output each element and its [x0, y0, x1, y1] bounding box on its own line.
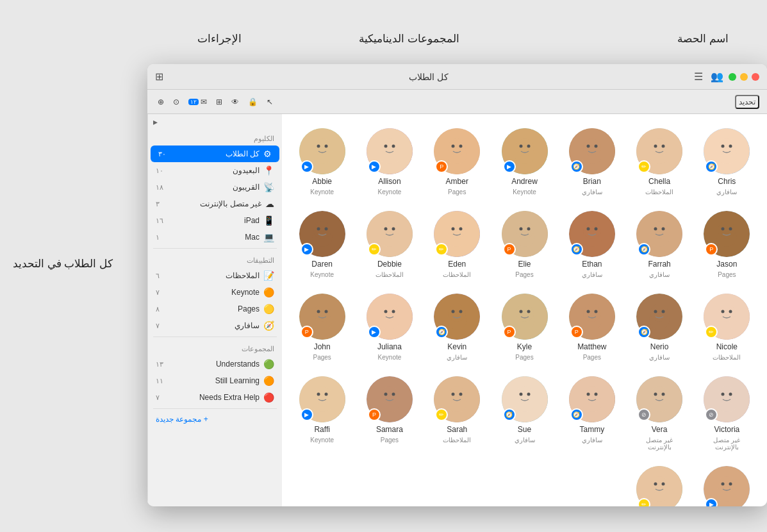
student-card-sarah[interactable]: ✏ Sarah الملاحظات	[427, 372, 487, 454]
understands-label: Understands	[216, 360, 260, 369]
new-group-btn[interactable]: + مجموعة جديدة	[148, 411, 282, 427]
all-students-count: ٣٠	[158, 150, 166, 158]
badge-icon: ⊘	[641, 411, 647, 418]
badge-icon: P	[709, 246, 713, 253]
safari-icon: 🧭	[263, 320, 274, 331]
student-card-brian[interactable]: 🧭 Brian سافاري	[562, 124, 622, 199]
avatar-wrapper: ▶	[299, 211, 345, 257]
update-button[interactable]: تحديد	[735, 95, 759, 109]
svg-point-29	[392, 145, 395, 148]
student-card-sue[interactable]: 🧭 Sue سافاري	[495, 372, 554, 454]
svg-point-84	[594, 310, 597, 313]
student-card-ethan[interactable]: 🧭 Ethan سافاري	[562, 207, 622, 282]
apps-btn[interactable]: ⊞	[213, 96, 225, 108]
student-card-andrew[interactable]: ▶ Andrew Keynote	[495, 124, 554, 199]
student-card-jason[interactable]: P Jason Pages	[697, 207, 757, 282]
close-button[interactable]	[752, 73, 759, 81]
sidebar-item-ipad[interactable]: 📱 iPad ١٦	[148, 212, 282, 229]
select-tool-btn[interactable]: ↖	[264, 96, 276, 108]
sidebar-item-notes[interactable]: 📝 الملاحظات ٦	[148, 267, 282, 284]
sidebar-item-needs-help[interactable]: 🔴 Needs Extra Help ٧	[148, 389, 282, 406]
app-badge: 🧭	[570, 243, 583, 256]
sidebar-item-nearby[interactable]: 📡 القريبون ١٨	[148, 179, 282, 195]
sidebar-item-remote[interactable]: 📍 البعيدون ١٠	[148, 162, 282, 179]
student-card-kevin[interactable]: 🧭 Kevin سافاري	[427, 290, 487, 365]
needs-help-icon: 🔴	[263, 392, 274, 403]
student-card-debbie[interactable]: ✏ Debbie الملاحظات	[359, 207, 419, 282]
svg-point-92	[448, 304, 466, 322]
app-badge: P	[503, 243, 516, 256]
grid-view-icon[interactable]: ⊞	[155, 71, 163, 83]
window-title: كل الطلاب	[409, 72, 449, 82]
sidebar-item-all-students[interactable]: ⚙ كل الطلاب ٣٠	[151, 145, 279, 162]
maximize-button[interactable]	[729, 73, 736, 81]
still-learning-label: Still Learning	[215, 376, 260, 385]
student-app: الملاحظات	[443, 436, 471, 444]
student-card-vera[interactable]: ⊘ Vera غير متصل بالإنترنت	[629, 372, 689, 454]
sidebar-item-safari[interactable]: 🧭 سافاري ٧	[148, 317, 282, 334]
student-card-victoria[interactable]: ⊘ Victoria غير متصل بالإنترنت	[697, 372, 757, 454]
sidebar-divider-2	[153, 337, 277, 337]
sidebar-item-understands[interactable]: 🟢 Understands ١٣	[148, 356, 282, 372]
svg-point-104	[324, 310, 327, 313]
sidebar-item-keynote[interactable]: 🟠 Keynote ٧	[148, 284, 282, 301]
lock-btn[interactable]: 🔒	[245, 96, 260, 108]
sidebar-item-offline[interactable]: ☁ غير متصل بالإنترنت ٣	[148, 195, 282, 212]
app-badge: P	[503, 326, 516, 338]
sidebar-divider-1	[153, 248, 277, 249]
student-card-tammy[interactable]: 🧭 Tammy سافاري	[562, 372, 622, 454]
svg-point-27	[381, 138, 399, 156]
student-name: Eden	[448, 260, 466, 269]
student-card-nerio[interactable]: 🧭 Nerio سافاري	[629, 290, 689, 365]
sidebar-item-mac[interactable]: 💻 Mac ١	[148, 229, 282, 245]
minimize-button[interactable]	[740, 73, 748, 81]
student-name: Kyle	[517, 342, 532, 351]
student-card-amber[interactable]: P Amber Pages	[427, 124, 487, 199]
badge-icon: 🧭	[506, 411, 513, 418]
student-card-matthew[interactable]: P Matthew Pages	[562, 290, 622, 365]
avatar-wrapper: ✏	[636, 466, 682, 506]
student-card-abbie[interactable]: ▶ Abbie Keynote	[292, 124, 352, 199]
messages-badge[interactable]: ✉ ١٢	[186, 96, 210, 108]
badge-icon: 🧭	[573, 163, 580, 170]
student-card-john[interactable]: P John Pages	[292, 290, 352, 365]
airplay-btn[interactable]: ⊙	[170, 96, 182, 108]
avatar-wrapper: ⊘	[636, 376, 682, 422]
sidebar-item-left: 📝 الملاحظات	[226, 270, 274, 281]
svg-point-3	[722, 145, 725, 148]
visibility-btn[interactable]: 👁	[229, 96, 242, 108]
student-card-daren[interactable]: ▶ Daren Keynote	[292, 207, 352, 282]
student-card-girl2[interactable]: ✏	[629, 462, 689, 506]
badge-icon: P	[575, 329, 579, 335]
student-card-juliana[interactable]: ▶ Juliana Keynote	[359, 290, 419, 365]
app-badge: ▶	[301, 408, 313, 421]
student-name: Farrah	[648, 260, 670, 269]
student-card-chris[interactable]: 🧭 Chris سافاري	[697, 124, 757, 199]
svg-point-77	[650, 304, 668, 322]
student-card-elie[interactable]: P Elie Pages	[495, 207, 554, 282]
svg-point-37	[718, 221, 736, 239]
remote-count: ١٠	[156, 167, 163, 175]
student-card-farrah[interactable]: 🧭 Farrah سافاري	[629, 207, 689, 282]
app-window: 👥 ☰ كل الطلاب ⊞ تحديد ↖ 🔒 👁 ⊞ ✉ ١٢ ⊙ ⊕	[147, 64, 767, 506]
sidebar-section-all: الكليوم	[148, 129, 282, 145]
avatar-wrapper: P	[367, 376, 413, 422]
student-card-allison[interactable]: ▶ Allison Keynote	[359, 124, 419, 199]
student-card-eden[interactable]: ✏ Eden الملاحظات	[427, 207, 487, 282]
layers-btn[interactable]: ⊕	[155, 96, 167, 108]
student-app: Pages	[515, 271, 533, 278]
list-view-icon[interactable]: ☰	[694, 71, 703, 83]
sidebar-item-still-learning[interactable]: 🟠 Still Learning ١١	[148, 372, 282, 389]
student-card-chella[interactable]: ✏ Chella الملاحظات	[629, 124, 689, 199]
people-icon[interactable]: 👥	[711, 71, 723, 83]
title-bar-icons: 👥 ☰	[694, 71, 723, 83]
student-card-nicole[interactable]: ✏ Nicole الملاحظات	[697, 290, 757, 365]
student-card-raffi[interactable]: ▶ Raffi Keynote	[292, 372, 352, 454]
student-app: سافاري	[582, 271, 602, 278]
sidebar-collapse-btn[interactable]: ▸	[153, 117, 158, 127]
student-card-samara[interactable]: P Samara Pages	[359, 372, 419, 454]
student-card-kyle[interactable]: P Kyle Pages	[495, 290, 554, 365]
sidebar-item-pages[interactable]: 🟡 Pages ٨	[148, 301, 282, 317]
student-name: Jason	[716, 260, 737, 269]
student-card-girl1[interactable]: ▶ Keynote	[697, 462, 757, 506]
